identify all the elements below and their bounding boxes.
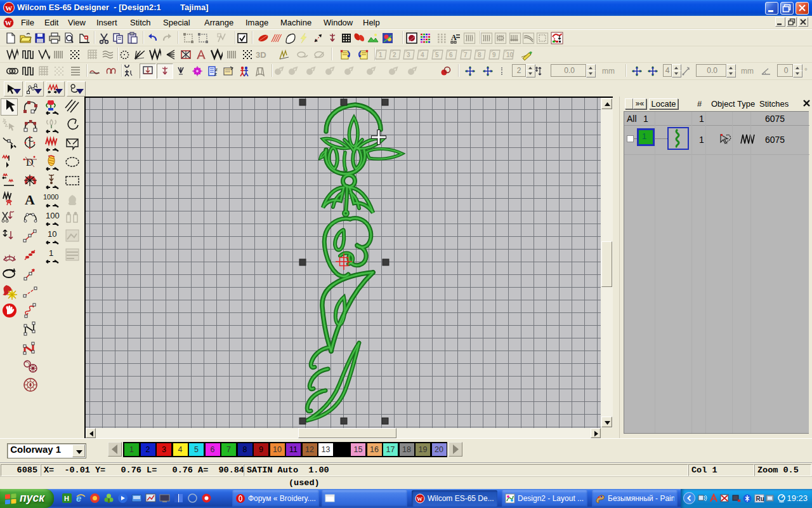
svg-text:H: H: [64, 495, 69, 502]
svg-text:10: 10: [48, 229, 56, 239]
svg-text:4: 4: [421, 51, 424, 58]
svg-text:Ru: Ru: [756, 495, 764, 502]
svg-text:A: A: [25, 192, 35, 208]
svg-text:W: W: [5, 4, 12, 12]
svg-text:A: A: [451, 33, 457, 42]
svg-text:6: 6: [449, 51, 453, 58]
svg-text:100: 100: [46, 211, 60, 220]
svg-text:8: 8: [478, 51, 481, 58]
svg-text:1: 1: [379, 51, 383, 58]
svg-text:1: 1: [49, 248, 53, 258]
svg-text:W: W: [417, 496, 422, 502]
svg-text:5: 5: [435, 51, 439, 58]
svg-text:9: 9: [492, 51, 496, 58]
svg-text:10: 10: [506, 51, 514, 58]
svg-text:z: z: [214, 71, 217, 77]
svg-text:3D: 3D: [256, 50, 266, 60]
svg-text:3: 3: [407, 51, 410, 58]
svg-text:W: W: [5, 20, 12, 27]
svg-text:2: 2: [393, 51, 396, 58]
svg-text:1000: 1000: [43, 193, 58, 201]
svg-text:7: 7: [464, 51, 468, 58]
